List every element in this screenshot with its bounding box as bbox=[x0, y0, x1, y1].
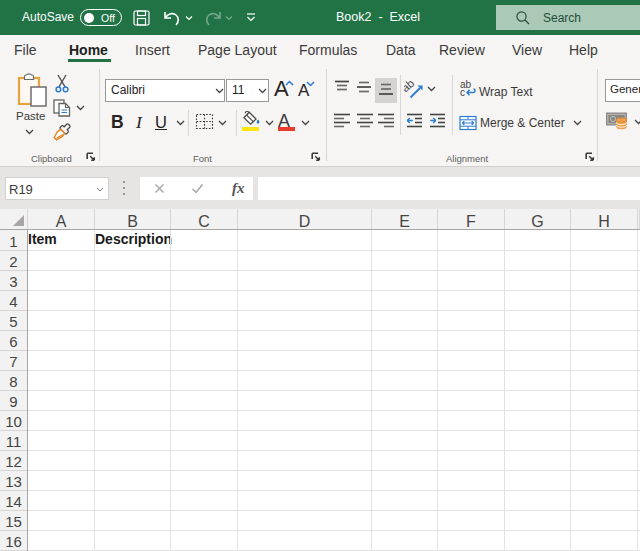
svg-text:ab: ab bbox=[404, 79, 417, 94]
svg-text:c: c bbox=[460, 87, 465, 97]
